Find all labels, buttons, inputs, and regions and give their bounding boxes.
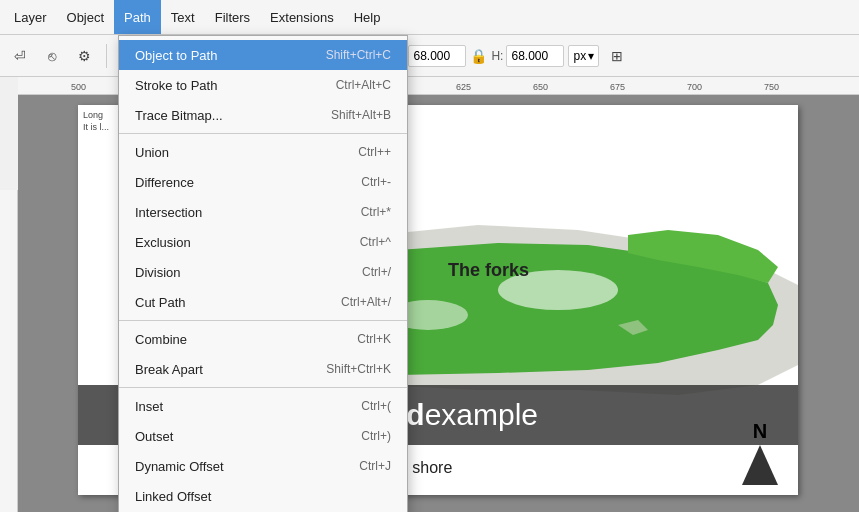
toolbar-btn-extra[interactable]: ⊞ <box>603 42 631 70</box>
menu-item-shortcut-exclusion: Ctrl+^ <box>360 235 391 249</box>
menu-item-label-break-apart: Break Apart <box>135 362 203 377</box>
menu-item-exclusion[interactable]: ExclusionCtrl+^ <box>119 227 407 257</box>
menu-item-label-dynamic-offset: Dynamic Offset <box>135 459 224 474</box>
ruler-tick-650: 650 <box>533 82 548 92</box>
menu-item-shortcut-division: Ctrl+/ <box>362 265 391 279</box>
menu-item-linked-offset[interactable]: Linked Offset <box>119 481 407 511</box>
menu-item-label-union: Union <box>135 145 169 160</box>
h-label: H: <box>491 49 503 63</box>
menu-item-shortcut-break-apart: Shift+Ctrl+K <box>326 362 391 376</box>
menu-item-shortcut-cut-path: Ctrl+Alt+/ <box>341 295 391 309</box>
toolbar-btn-2[interactable]: ⎋ <box>38 42 66 70</box>
menu-item-label-exclusion: Exclusion <box>135 235 191 250</box>
north-arrow: N <box>742 420 778 485</box>
menu-item-break-apart[interactable]: Break ApartShift+Ctrl+K <box>119 354 407 384</box>
arrow-up-icon <box>742 445 778 485</box>
menu-divider-2 <box>119 133 407 134</box>
menu-item-shortcut-object-to-path: Shift+Ctrl+C <box>326 48 391 62</box>
menu-item-inset[interactable]: InsetCtrl+( <box>119 391 407 421</box>
menu-filters[interactable]: Filters <box>205 0 260 34</box>
toolbar-btn-1[interactable]: ⏎ <box>6 42 34 70</box>
menu-item-label-outset: Outset <box>135 429 173 444</box>
toolbar-btn-3[interactable]: ⚙ <box>70 42 98 70</box>
menu-divider-10 <box>119 387 407 388</box>
menu-item-label-cut-path: Cut Path <box>135 295 186 310</box>
menu-item-label-trace-bitmap: Trace Bitmap... <box>135 108 223 123</box>
menu-item-difference[interactable]: DifferenceCtrl+- <box>119 167 407 197</box>
menu-item-trace-bitmap[interactable]: Trace Bitmap...Shift+Alt+B <box>119 100 407 130</box>
menu-item-intersection[interactable]: IntersectionCtrl+* <box>119 197 407 227</box>
forks-label: The forks <box>448 260 529 281</box>
menu-object[interactable]: Object <box>57 0 115 34</box>
path-dropdown-menu: Object to PathShift+Ctrl+CStroke to Path… <box>118 35 408 512</box>
menu-item-label-object-to-path: Object to Path <box>135 48 217 63</box>
menu-item-label-intersection: Intersection <box>135 205 202 220</box>
menu-item-union[interactable]: UnionCtrl++ <box>119 137 407 167</box>
menu-item-division[interactable]: DivisionCtrl+/ <box>119 257 407 287</box>
menu-item-shortcut-outset: Ctrl+) <box>361 429 391 443</box>
ruler-tick-625: 625 <box>456 82 471 92</box>
menubar: Layer Object Path Text Filters Extension… <box>0 0 859 35</box>
unit-selector[interactable]: px ▾ <box>568 45 599 67</box>
menu-path[interactable]: Path <box>114 0 161 34</box>
menu-item-dynamic-offset[interactable]: Dynamic OffsetCtrl+J <box>119 451 407 481</box>
menu-item-shortcut-union: Ctrl++ <box>358 145 391 159</box>
menu-item-cut-path[interactable]: Cut PathCtrl+Alt+/ <box>119 287 407 317</box>
menu-item-shortcut-trace-bitmap: Shift+Alt+B <box>331 108 391 122</box>
menu-item-shortcut-intersection: Ctrl+* <box>361 205 391 219</box>
menu-help[interactable]: Help <box>344 0 391 34</box>
ruler-tick-675: 675 <box>610 82 625 92</box>
menu-item-label-stroke-to-path: Stroke to Path <box>135 78 217 93</box>
menu-item-label-division: Division <box>135 265 181 280</box>
menu-item-label-combine: Combine <box>135 332 187 347</box>
lock-icon[interactable]: 🔒 <box>470 48 487 64</box>
ruler-vertical <box>0 190 18 512</box>
h-input[interactable] <box>506 45 564 67</box>
menu-item-shortcut-dynamic-offset: Ctrl+J <box>359 459 391 473</box>
menu-item-label-inset: Inset <box>135 399 163 414</box>
island-normal: example <box>425 398 538 432</box>
coord-h: H: <box>491 45 564 67</box>
ruler-tick-700: 700 <box>687 82 702 92</box>
menu-item-stroke-to-path[interactable]: Stroke to PathCtrl+Alt+C <box>119 70 407 100</box>
menu-item-shortcut-difference: Ctrl+- <box>361 175 391 189</box>
menu-item-object-to-path[interactable]: Object to PathShift+Ctrl+C <box>119 40 407 70</box>
toolbar-separator-1 <box>106 44 107 68</box>
menu-item-label-difference: Difference <box>135 175 194 190</box>
menu-item-label-linked-offset: Linked Offset <box>135 489 211 504</box>
north-letter: N <box>753 420 767 443</box>
w-input[interactable] <box>408 45 466 67</box>
menu-item-combine[interactable]: CombineCtrl+K <box>119 324 407 354</box>
ruler-tick-500: 500 <box>71 82 86 92</box>
menu-item-shortcut-inset: Ctrl+( <box>361 399 391 413</box>
menu-divider-8 <box>119 320 407 321</box>
menu-extensions[interactable]: Extensions <box>260 0 344 34</box>
menu-item-shortcut-combine: Ctrl+K <box>357 332 391 346</box>
ruler-tick-750: 750 <box>764 82 779 92</box>
menu-item-outset[interactable]: OutsetCtrl+) <box>119 421 407 451</box>
menu-text[interactable]: Text <box>161 0 205 34</box>
menu-item-shortcut-stroke-to-path: Ctrl+Alt+C <box>336 78 391 92</box>
menu-layer[interactable]: Layer <box>4 0 57 34</box>
